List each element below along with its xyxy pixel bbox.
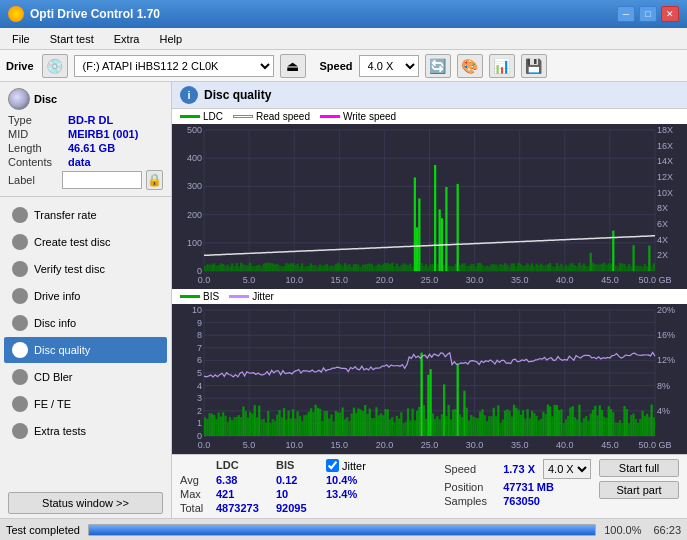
jitter-max: 13.4% xyxy=(326,488,386,500)
close-button[interactable]: ✕ xyxy=(661,6,679,22)
menu-file[interactable]: File xyxy=(4,31,38,47)
status-window-button[interactable]: Status window >> xyxy=(8,492,163,514)
disc-quality-title: Disc quality xyxy=(204,88,271,102)
legend-read-speed: Read speed xyxy=(233,111,310,122)
nav-verify-test-disc[interactable]: Verify test disc xyxy=(4,256,167,282)
legend-jitter-label: Jitter xyxy=(252,291,274,302)
bis-max: 10 xyxy=(276,488,326,500)
nav-dot-create xyxy=(12,234,28,250)
position-value: 47731 MB xyxy=(503,481,554,493)
app-icon xyxy=(8,6,24,22)
nav-label-drive-info: Drive info xyxy=(34,290,80,302)
drive-icon: 💿 xyxy=(42,54,68,78)
speed-section: Speed 1.73 X 4.0 X Position 47731 MB Sam… xyxy=(444,459,591,514)
nav-create-test-disc[interactable]: Create test disc xyxy=(4,229,167,255)
legend-bis: BIS xyxy=(180,291,219,302)
drive-label: Drive xyxy=(6,60,34,72)
disc-quality-header: i Disc quality xyxy=(172,82,687,109)
speed-row: Speed 1.73 X 4.0 X xyxy=(444,459,591,479)
start-part-button[interactable]: Start part xyxy=(599,481,679,499)
legend-ldc-label: LDC xyxy=(203,111,223,122)
bottom-legend: BIS Jitter xyxy=(172,289,687,304)
legend-write-label: Write speed xyxy=(343,111,396,122)
top-legend: LDC Read speed Write speed xyxy=(172,109,687,124)
bottom-chart xyxy=(172,304,687,454)
jitter-checkbox[interactable] xyxy=(326,459,339,472)
legend-write-speed: Write speed xyxy=(320,111,396,122)
samples-row: Samples 763050 xyxy=(444,495,591,507)
label-label: Label xyxy=(8,174,58,186)
drive-select[interactable]: (F:) ATAPI iHBS112 2 CL0K xyxy=(74,55,274,77)
samples-label: Samples xyxy=(444,495,499,507)
menu-start-test[interactable]: Start test xyxy=(42,31,102,47)
save-button[interactable]: 💾 xyxy=(521,54,547,78)
window-controls: ─ □ ✕ xyxy=(617,6,679,22)
legend-read-label: Read speed xyxy=(256,111,310,122)
label-input[interactable] xyxy=(62,171,142,189)
chart-button[interactable]: 📊 xyxy=(489,54,515,78)
mid-label: MID xyxy=(8,128,68,140)
ldc-avg: 6.38 xyxy=(216,474,276,486)
title-text: Opti Drive Control 1.70 xyxy=(30,7,160,21)
refresh-button[interactable]: 🔄 xyxy=(425,54,451,78)
stats-section: LDC BIS Jitter Avg 6.38 0.12 10.4% Max 4… xyxy=(172,454,687,518)
nav-drive-info[interactable]: Drive info xyxy=(4,283,167,309)
eject-button[interactable]: ⏏ xyxy=(280,54,306,78)
speed-select-stats[interactable]: 4.0 X xyxy=(543,459,591,479)
max-label: Max xyxy=(180,488,216,500)
nav-label-transfer-rate: Transfer rate xyxy=(34,209,97,221)
contents-label: Contents xyxy=(8,156,68,168)
nav-label-extra-tests: Extra tests xyxy=(34,425,86,437)
nav-cd-bler[interactable]: CD Bler xyxy=(4,364,167,390)
type-value: BD-R DL xyxy=(68,114,113,126)
legend-ldc-color xyxy=(180,115,200,118)
stats-empty xyxy=(180,459,216,472)
bis-avg: 0.12 xyxy=(276,474,326,486)
legend-bis-color xyxy=(180,295,200,298)
nav-disc-info[interactable]: Disc info xyxy=(4,310,167,336)
title-bar: Opti Drive Control 1.70 ─ □ ✕ xyxy=(0,0,687,28)
total-label: Total xyxy=(180,502,216,514)
legend-ldc: LDC xyxy=(180,111,223,122)
label-row: Label 🔒 xyxy=(8,170,163,190)
nav-list: Transfer rate Create test disc Verify te… xyxy=(0,197,171,488)
speed-value: 1.73 X xyxy=(503,463,535,475)
disc-contents-row: Contents data xyxy=(8,156,163,168)
nav-transfer-rate[interactable]: Transfer rate xyxy=(4,202,167,228)
progress-percent: 100.0% xyxy=(604,524,641,536)
color-button[interactable]: 🎨 xyxy=(457,54,483,78)
speed-select[interactable]: 1.0 X 2.0 X 4.0 X 6.0 X 8.0 X xyxy=(359,55,419,77)
disc-quality-icon: i xyxy=(180,86,198,104)
nav-fe-te[interactable]: FE / TE xyxy=(4,391,167,417)
minimize-button[interactable]: ─ xyxy=(617,6,635,22)
status-time: 66:23 xyxy=(653,524,681,536)
jitter-header-label: Jitter xyxy=(342,460,366,472)
disc-section-label: Disc xyxy=(34,93,57,105)
nav-label-disc-info: Disc info xyxy=(34,317,76,329)
status-text: Test completed xyxy=(6,524,80,536)
maximize-button[interactable]: □ xyxy=(639,6,657,22)
nav-dot-extra-tests xyxy=(12,423,28,439)
top-chart xyxy=(172,124,687,289)
legend-bis-label: BIS xyxy=(203,291,219,302)
charts-wrapper: LDC Read speed Write speed BIS xyxy=(172,109,687,454)
speed-label: Speed xyxy=(444,463,499,475)
nav-dot-transfer-rate xyxy=(12,207,28,223)
ldc-total: 4873273 xyxy=(216,502,276,514)
length-value: 46.61 GB xyxy=(68,142,115,154)
status-bar: Test completed 100.0% 66:23 xyxy=(0,518,687,540)
nav-disc-quality[interactable]: Disc quality xyxy=(4,337,167,363)
bottom-chart-canvas xyxy=(172,304,687,454)
disc-length-row: Length 46.61 GB xyxy=(8,142,163,154)
legend-jitter-color xyxy=(229,295,249,298)
menu-extra[interactable]: Extra xyxy=(106,31,148,47)
legend-jitter: Jitter xyxy=(229,291,274,302)
nav-extra-tests[interactable]: Extra tests xyxy=(4,418,167,444)
jitter-avg: 10.4% xyxy=(326,474,386,486)
avg-label: Avg xyxy=(180,474,216,486)
samples-value: 763050 xyxy=(503,495,540,507)
menu-help[interactable]: Help xyxy=(151,31,190,47)
start-full-button[interactable]: Start full xyxy=(599,459,679,477)
stats-total-row: Total 4873273 92095 xyxy=(180,502,436,514)
toolbar: Drive 💿 (F:) ATAPI iHBS112 2 CL0K ⏏ Spee… xyxy=(0,50,687,82)
